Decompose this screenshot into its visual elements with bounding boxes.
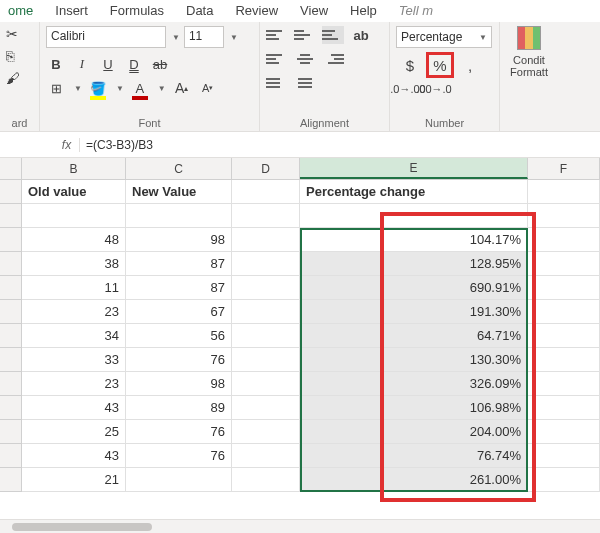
cell-pct[interactable]: 690.91% (300, 276, 528, 300)
row-header[interactable] (0, 276, 22, 300)
cell-new[interactable]: 87 (126, 252, 232, 276)
cell[interactable] (232, 444, 300, 468)
tab-data[interactable]: Data (184, 1, 215, 22)
tab-insert[interactable]: Insert (53, 1, 90, 22)
cell[interactable] (528, 420, 600, 444)
cell-old[interactable]: 25 (22, 420, 126, 444)
tab-home[interactable]: ome (6, 1, 35, 22)
font-color-button[interactable]: A (130, 78, 150, 98)
col-header-d[interactable]: D (232, 158, 300, 179)
cell[interactable] (528, 204, 600, 228)
scrollbar-thumb[interactable] (12, 523, 152, 531)
chevron-down-icon[interactable]: ▼ (172, 33, 180, 42)
col-header-b[interactable]: B (22, 158, 126, 179)
cell[interactable] (232, 252, 300, 276)
format-painter-icon[interactable]: 🖌 (6, 70, 20, 86)
row-header[interactable] (0, 468, 22, 492)
row-header[interactable] (0, 180, 22, 204)
conditional-formatting-icon[interactable] (517, 26, 541, 50)
cell[interactable] (528, 348, 600, 372)
cell[interactable] (232, 204, 300, 228)
cell[interactable] (232, 420, 300, 444)
cell[interactable] (528, 252, 600, 276)
decrease-indent-button[interactable] (266, 74, 288, 92)
cell-pct[interactable]: 128.95% (300, 252, 528, 276)
italic-button[interactable]: I (72, 54, 92, 74)
select-all-corner[interactable] (0, 158, 22, 179)
percent-button[interactable]: % (426, 52, 454, 78)
chevron-down-icon[interactable]: ▼ (116, 84, 124, 93)
cell[interactable] (528, 468, 600, 492)
cell-old[interactable]: 11 (22, 276, 126, 300)
tab-view[interactable]: View (298, 1, 330, 22)
copy-icon[interactable]: ⎘ (6, 48, 14, 64)
cell-new[interactable] (126, 468, 232, 492)
borders-button[interactable]: ⊞ (46, 78, 66, 98)
cell[interactable] (232, 228, 300, 252)
chevron-down-icon[interactable]: ▼ (74, 84, 82, 93)
cell-new[interactable]: 76 (126, 444, 232, 468)
cell-old[interactable]: 38 (22, 252, 126, 276)
row-header[interactable] (0, 444, 22, 468)
row-header[interactable] (0, 324, 22, 348)
cell-pct[interactable]: 204.00% (300, 420, 528, 444)
bold-button[interactable]: B (46, 54, 66, 74)
cell-pct[interactable]: 326.09% (300, 372, 528, 396)
cell-pct[interactable]: 261.00% (300, 468, 528, 492)
col-header-e[interactable]: E (300, 158, 528, 179)
cell[interactable] (528, 444, 600, 468)
font-size-combo[interactable]: 11 (184, 26, 224, 48)
cell-pct[interactable]: 104.17% (300, 228, 528, 252)
comma-button[interactable]: , (456, 52, 484, 78)
cell[interactable] (528, 324, 600, 348)
underline-button[interactable]: U (98, 54, 118, 74)
row-header[interactable] (0, 204, 22, 228)
orientation-button[interactable]: ab (350, 26, 372, 44)
cell-old[interactable]: 21 (22, 468, 126, 492)
cell-pct[interactable]: 191.30% (300, 300, 528, 324)
double-underline-button[interactable]: D (124, 54, 144, 74)
row-header[interactable] (0, 420, 22, 444)
cell-old[interactable]: 43 (22, 396, 126, 420)
cell[interactable] (528, 276, 600, 300)
cell-pct[interactable]: 106.98% (300, 396, 528, 420)
cell-old[interactable]: 48 (22, 228, 126, 252)
align-left-button[interactable] (266, 50, 288, 68)
cell[interactable] (232, 372, 300, 396)
cell[interactable] (232, 300, 300, 324)
fx-icon[interactable]: fx (54, 138, 80, 152)
col-header-c[interactable]: C (126, 158, 232, 179)
strikethrough-button[interactable]: ab (150, 54, 170, 74)
row-header[interactable] (0, 252, 22, 276)
cell[interactable] (232, 276, 300, 300)
chevron-down-icon[interactable]: ▼ (230, 33, 238, 42)
number-format-combo[interactable]: Percentage▼ (396, 26, 492, 48)
font-name-combo[interactable]: Calibri (46, 26, 166, 48)
cell[interactable] (126, 204, 232, 228)
row-header[interactable] (0, 300, 22, 324)
align-center-button[interactable] (294, 50, 316, 68)
fill-color-button[interactable]: 🪣 (88, 78, 108, 98)
cell-new[interactable]: 98 (126, 228, 232, 252)
tab-formulas[interactable]: Formulas (108, 1, 166, 22)
tab-review[interactable]: Review (233, 1, 280, 22)
align-right-button[interactable] (322, 50, 344, 68)
conditional-formatting-label[interactable]: ConditFormatt (506, 54, 552, 78)
cell-new[interactable]: 76 (126, 420, 232, 444)
align-top-button[interactable] (266, 26, 288, 44)
cell-pct[interactable]: 130.30% (300, 348, 528, 372)
cell-pct[interactable]: 64.71% (300, 324, 528, 348)
cell[interactable] (232, 348, 300, 372)
cell[interactable] (528, 372, 600, 396)
cell[interactable] (528, 180, 600, 204)
cell-new[interactable]: 76 (126, 348, 232, 372)
cell-old[interactable]: 23 (22, 372, 126, 396)
align-middle-button[interactable] (294, 26, 316, 44)
cell-new[interactable]: 67 (126, 300, 232, 324)
align-bottom-button[interactable] (322, 26, 344, 44)
cell[interactable] (232, 324, 300, 348)
cell-new[interactable]: 87 (126, 276, 232, 300)
increase-indent-button[interactable] (294, 74, 316, 92)
cell[interactable]: New Value (126, 180, 232, 204)
decrease-decimal-button[interactable]: .00→.0 (422, 78, 446, 100)
